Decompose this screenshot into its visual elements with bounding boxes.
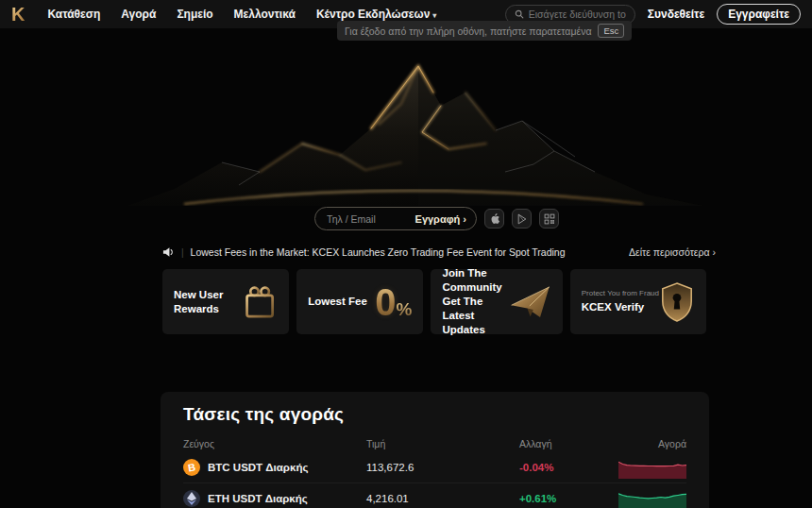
promo-card-text: Protect You from Fraud KCEX Verify bbox=[582, 289, 659, 314]
promo-cards: New User Rewards Lowest Fee 0% Join The bbox=[162, 269, 706, 334]
apple-app-button[interactable] bbox=[484, 209, 504, 229]
nav-item-events[interactable]: Κέντρο Εκδηλώσεων▾ bbox=[316, 8, 437, 21]
change-value: -0.04% bbox=[519, 462, 616, 473]
signup-row: Εγγραφή › bbox=[314, 207, 559, 230]
eth-sparkline bbox=[618, 485, 686, 508]
announcement-bar: | Lowest Fees in the Market: KCEX Launch… bbox=[162, 245, 716, 260]
toast-text: Για έξοδο από την πλήρη οθόνη, πατήστε π… bbox=[345, 25, 591, 37]
announcement-text[interactable]: Lowest Fees in the Market: KCEX Launches… bbox=[191, 246, 566, 258]
register-button[interactable]: Εγγραφείτε bbox=[717, 4, 801, 25]
signin-link[interactable]: Συνδεθείτε bbox=[648, 8, 704, 21]
phone-email-input[interactable] bbox=[327, 213, 411, 225]
chevron-down-icon: ▾ bbox=[432, 11, 436, 20]
nav-item-deposit[interactable]: Κατάθεση bbox=[47, 8, 100, 21]
market-row-eth[interactable]: ETH USDT Διαρκής 4,216.01 +0.61% bbox=[183, 483, 686, 508]
nav-item-spot[interactable]: Σημείο bbox=[177, 8, 212, 21]
pair-label: BTC USDT Διαρκής bbox=[208, 462, 308, 473]
fullscreen-exit-toast: Για έξοδο από την πλήρη οθόνη, πατήστε π… bbox=[337, 21, 632, 41]
column-header-market: Αγορά bbox=[616, 438, 686, 449]
nav-item-futures[interactable]: Μελλοντικά bbox=[234, 8, 296, 21]
promo-card-title: KCEX Verify bbox=[582, 300, 650, 314]
nav-item-events-label: Κέντρο Εκδηλώσεων bbox=[316, 8, 430, 21]
shield-keyhole-icon bbox=[659, 281, 695, 323]
promo-card-title: Lowest Fee bbox=[308, 295, 367, 309]
search-icon bbox=[515, 9, 524, 19]
market-table-header: Ζεύγος Τιμή Αλλαγή Αγορά bbox=[183, 436, 686, 451]
promo-card-subtitle: Protect You from Fraud bbox=[582, 289, 659, 297]
signup-form[interactable]: Εγγραφή › bbox=[314, 207, 477, 230]
see-more-link[interactable]: Δείτε περισσότερα › bbox=[629, 246, 716, 258]
btc-icon: B bbox=[183, 459, 200, 476]
btc-sparkline bbox=[618, 454, 686, 479]
column-header-change: Αλλαγή bbox=[519, 438, 616, 449]
esc-key-badge: Esc bbox=[598, 24, 624, 38]
price-value: 4,216.01 bbox=[366, 493, 519, 504]
pair-label: ETH USDT Διαρκής bbox=[208, 493, 308, 504]
ticker-divider: | bbox=[181, 247, 184, 258]
signup-button[interactable]: Εγγραφή › bbox=[411, 213, 471, 225]
change-value: +0.61% bbox=[519, 493, 616, 504]
kcex-logo[interactable]: K bbox=[11, 5, 25, 24]
eth-icon bbox=[183, 490, 200, 507]
google-play-button[interactable] bbox=[512, 209, 532, 229]
market-row-btc[interactable]: B BTC USDT Διαρκής 113,672.6 -0.04% bbox=[183, 451, 686, 483]
promo-card-community[interactable]: Join The Community Get The Latest Update… bbox=[431, 269, 562, 334]
market-trends-section: Τάσεις της αγοράς Ζεύγος Τιμή Αλλαγή Αγο… bbox=[161, 392, 709, 508]
promo-card-lowest-fee[interactable]: Lowest Fee 0% bbox=[296, 269, 423, 334]
price-value: 113,672.6 bbox=[366, 462, 519, 473]
telegram-plane-icon bbox=[510, 281, 550, 323]
zero-percent-graphic: 0% bbox=[375, 283, 412, 321]
kcex-homepage: K Κατάθεση Αγορά Σημείο Μελλοντικά Κέντρ… bbox=[0, 0, 812, 508]
promo-card-title: New User Rewards bbox=[174, 288, 242, 316]
column-header-pair: Ζεύγος bbox=[183, 438, 366, 449]
speaker-icon bbox=[162, 246, 175, 258]
qr-download-button[interactable] bbox=[539, 209, 559, 229]
market-trends-title: Τάσεις της αγοράς bbox=[183, 404, 686, 425]
percent-sign: % bbox=[397, 300, 413, 318]
main-nav: Κατάθεση Αγορά Σημείο Μελλοντικά Κέντρο … bbox=[47, 8, 436, 21]
column-header-price: Τιμή bbox=[366, 438, 519, 449]
qr-code-icon bbox=[544, 213, 555, 225]
google-play-icon bbox=[516, 213, 528, 225]
zero-digit: 0 bbox=[375, 283, 396, 321]
hero-mountain-graphic bbox=[118, 38, 703, 206]
promo-card-title: Join The Community Get The Latest Update… bbox=[442, 266, 510, 337]
promo-card-new-user-rewards[interactable]: New User Rewards bbox=[162, 269, 289, 334]
token-search-input[interactable] bbox=[529, 8, 626, 20]
apple-icon bbox=[488, 212, 500, 225]
gift-icon bbox=[242, 281, 278, 323]
promo-card-kcex-verify[interactable]: Protect You from Fraud KCEX Verify bbox=[570, 269, 706, 334]
nav-item-market[interactable]: Αγορά bbox=[121, 8, 156, 21]
